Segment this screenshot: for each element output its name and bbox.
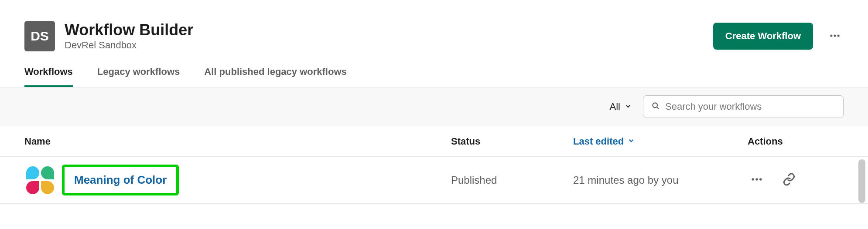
svg-point-0 [830,34,832,37]
cell-name: Meaning of Color [24,165,451,196]
workspace-name: DevRel Sandbox [65,40,193,51]
title-block: Workflow Builder DevRel Sandbox [65,21,193,51]
filter-label: All [610,101,620,112]
slack-shape-green [41,166,54,179]
more-icon [829,30,841,43]
column-status: Status [451,136,573,147]
highlight-box: Meaning of Color [62,165,179,195]
page-title: Workflow Builder [65,21,193,39]
copy-link-button[interactable] [780,170,798,190]
tab-workflows[interactable]: Workflows [24,60,73,87]
slack-shape-red [26,181,39,194]
header-right: Create Workflow [713,23,844,50]
sort-chevron-down-icon [627,136,635,147]
create-workflow-button[interactable]: Create Workflow [713,23,813,50]
svg-point-6 [755,178,758,181]
column-actions: Actions [748,136,844,147]
tab-all-published-legacy[interactable]: All published legacy workflows [204,60,346,87]
tab-legacy-workflows[interactable]: Legacy workflows [97,60,180,87]
slack-shape-blue [26,166,39,179]
svg-point-3 [653,103,657,108]
row-more-button[interactable] [748,170,766,190]
search-input[interactable] [665,101,835,112]
search-field-wrap[interactable] [643,95,844,118]
filter-select[interactable]: All [608,98,633,116]
workspace-initials: DS [31,29,49,44]
cell-actions [748,170,844,190]
table: Name Status Last edited Actions Meaning … [0,126,868,204]
more-icon [750,173,763,187]
svg-line-4 [657,107,659,109]
svg-point-2 [837,34,840,37]
cell-last-edited: 21 minutes ago by you [573,174,748,186]
tabs: Workflows Legacy workflows All published… [0,60,868,88]
table-row: Meaning of Color Published 21 minutes ag… [0,157,868,204]
link-icon [783,173,796,187]
workspace-icon: DS [24,21,55,51]
page-header: DS Workflow Builder DevRel Sandbox Creat… [0,0,868,60]
more-actions-button[interactable] [826,27,844,46]
chevron-down-icon [625,101,632,112]
table-header: Name Status Last edited Actions [0,126,868,157]
svg-point-7 [759,178,762,181]
toolbar: All [0,88,868,126]
slack-shape-yellow [41,181,54,194]
column-last-edited-label: Last edited [573,136,624,147]
column-name: Name [24,136,451,147]
cell-status: Published [451,174,573,186]
workflow-icon [24,165,56,196]
header-left: DS Workflow Builder DevRel Sandbox [24,21,193,51]
scrollbar[interactable] [858,159,865,203]
workflow-name-link[interactable]: Meaning of Color [74,173,167,186]
search-icon [651,101,660,112]
column-last-edited[interactable]: Last edited [573,136,748,147]
svg-point-1 [834,34,836,37]
svg-point-5 [752,178,755,181]
